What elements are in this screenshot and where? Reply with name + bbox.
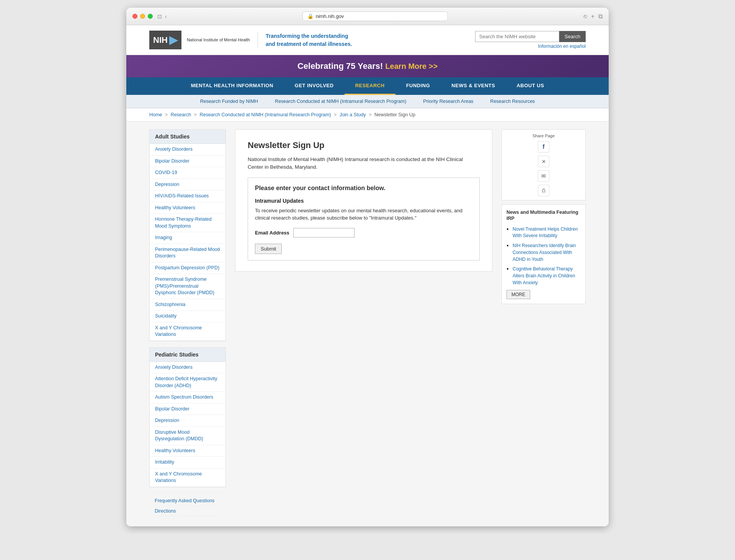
sidebar-adult-healthy[interactable]: Healthy Volunteers	[150, 202, 225, 214]
share-browser-icon[interactable]: ⎋	[583, 13, 587, 20]
print-icon[interactable]: ⎙	[538, 185, 549, 196]
news-link-3[interactable]: Cognitive Behavioral Therapy Alters Brai…	[513, 266, 575, 285]
sidebar-adult-perimenopause[interactable]: Perimenopause-Related Mood Disorders	[150, 244, 225, 262]
browser-titlebar: ⊡ ‹ 🔒 nimh.nih.gov ⎋ + ⧉	[126, 8, 609, 25]
email-row: Email Address	[255, 228, 472, 238]
news-box-title: News and Multimedia Featuring IRP	[506, 209, 581, 222]
copy-browser-icon[interactable]: ⧉	[598, 13, 603, 20]
breadcrumb: Home > Research > Research Conducted at …	[126, 108, 609, 122]
sidebar-adult-xy[interactable]: X and Y Chromosome Variations	[150, 322, 225, 341]
sidebar-ped-anxiety[interactable]: Anxiety Disorders	[150, 362, 225, 374]
subnav-priority[interactable]: Priority Research Areas	[415, 95, 482, 108]
nav-about-us[interactable]: ABOUT US	[506, 77, 555, 95]
logo-arrow: ▶	[169, 34, 178, 46]
browser-controls: ⊡ ‹	[157, 13, 167, 20]
breadcrumb-home[interactable]: Home	[149, 112, 162, 117]
sidebar-adult-anxiety[interactable]: Anxiety Disorders	[150, 144, 225, 156]
twitter-x-icon[interactable]: ✕	[538, 156, 549, 167]
site-header: NIH ▶ National Institute of Mental Healt…	[126, 25, 609, 55]
subnav-intramural[interactable]: Research Conducted at NIMH (Intramural R…	[266, 95, 415, 108]
sidebar-toggle-button[interactable]: ⊡	[157, 13, 162, 20]
sidebar-adult-imaging[interactable]: Imaging	[150, 232, 225, 244]
breadcrumb-research[interactable]: Research	[171, 112, 191, 117]
sidebar-adult-depression[interactable]: Depression	[150, 179, 225, 191]
nav-funding[interactable]: FUNDING	[395, 77, 441, 95]
nih-abbr: NIH	[153, 35, 168, 45]
nih-name: National Institute of Mental Health	[187, 37, 250, 43]
submit-button[interactable]: Submit	[255, 244, 282, 254]
address-bar[interactable]: 🔒 nimh.nih.gov	[302, 11, 448, 21]
banner-text: Celebrating 75 Years!	[297, 61, 383, 71]
back-button[interactable]: ‹	[165, 13, 167, 20]
sidebar-ped-healthy[interactable]: Healthy Volunteers	[150, 445, 225, 457]
sidebar-adult-schizophrenia[interactable]: Schizophrenia	[150, 299, 225, 311]
search-button[interactable]: Search	[559, 31, 586, 42]
sidebar-adult-postpartum[interactable]: Postpartum Depression (PPD)	[150, 262, 225, 274]
subnav-funded[interactable]: Research Funded by NIMH	[192, 95, 266, 108]
minimize-button[interactable]	[140, 14, 145, 19]
spanish-link[interactable]: Información en español	[538, 44, 586, 49]
email-share-icon[interactable]: ✉	[538, 170, 549, 182]
sidebar-ped-depression[interactable]: Depression	[150, 415, 225, 427]
nav-get-involved[interactable]: GET INVOLVED	[284, 77, 345, 95]
subnav-resources[interactable]: Research Resources	[482, 95, 544, 108]
news-link-1[interactable]: Novel Treatment Helps Children With Seve…	[513, 226, 578, 239]
sidebar-adult-bipolar[interactable]: Bipolar Disorder	[150, 156, 225, 168]
list-item: NIH Researchers Identify Brain Connectio…	[513, 242, 581, 262]
browser-actions: ⎋ + ⧉	[583, 13, 603, 20]
email-input[interactable]	[293, 228, 354, 238]
logo-area: NIH ▶ National Institute of Mental Healt…	[149, 31, 352, 49]
sidebar-adult-hiv[interactable]: HIV/AIDS-Related Issues	[150, 190, 225, 202]
celebration-banner: Celebrating 75 Years! Learn More >>	[126, 55, 609, 77]
more-button[interactable]: MORE	[506, 290, 530, 299]
maximize-button[interactable]	[148, 14, 153, 19]
nav-news-events[interactable]: NEWS & EVENTS	[441, 77, 506, 95]
sidebar-ped-dmdd[interactable]: Disruptive Mood Dysregulation (DMDD)	[150, 427, 225, 445]
main-content: Newsletter Sign Up National Institute of…	[235, 129, 492, 519]
page-content: NIH ▶ National Institute of Mental Healt…	[126, 25, 609, 526]
sidebar-ped-irritability[interactable]: Irritability	[150, 457, 225, 469]
sidebar-ped-adhd[interactable]: Attention Deficit Hyperactivity Disorder…	[150, 373, 225, 392]
adult-studies-section: Adult Studies Anxiety Disorders Bipolar …	[149, 129, 226, 341]
new-tab-icon[interactable]: +	[591, 13, 595, 20]
newsletter-intro: National Institute of Mental Health (NIM…	[248, 156, 480, 171]
sidebar-ped-xy[interactable]: X and Y Chromosome Variations	[150, 469, 225, 487]
sidebar-directions[interactable]: Directions	[155, 506, 220, 516]
sidebar-ped-autism[interactable]: Autism Spectrum Disorders	[150, 392, 225, 404]
sidebar: Adult Studies Anxiety Disorders Bipolar …	[149, 129, 226, 519]
main-nav: MENTAL HEALTH INFORMATION GET INVOLVED R…	[126, 77, 609, 95]
breadcrumb-current: Newsletter Sign Up	[374, 112, 415, 117]
learn-more-link[interactable]: Learn More >>	[385, 62, 438, 70]
nav-research[interactable]: RESEARCH	[345, 77, 395, 95]
sidebar-adult-pms[interactable]: Premenstrual Syndrome (PMS)/Premenstrual…	[150, 274, 225, 299]
contact-info-box: Please enter your contact information be…	[248, 177, 480, 260]
intramural-section-title: Intramural Updates	[255, 198, 472, 204]
close-button[interactable]	[132, 14, 137, 19]
intramural-desc: To receive periodic newsletter updates o…	[255, 207, 472, 222]
sidebar-faq[interactable]: Frequently Asked Questions	[155, 496, 220, 506]
breadcrumb-intramural[interactable]: Research Conducted at NIMH (Intramural R…	[199, 112, 331, 117]
share-title: Share Page	[506, 133, 581, 138]
facebook-icon[interactable]: f	[538, 141, 549, 153]
sub-nav: Research Funded by NIMH Research Conduct…	[126, 95, 609, 108]
browser-window: ⊡ ‹ 🔒 nimh.nih.gov ⎋ + ⧉ NIH ▶ National	[126, 8, 609, 526]
adult-studies-title: Adult Studies	[150, 130, 225, 144]
list-item: Cognitive Behavioral Therapy Alters Brai…	[513, 265, 581, 286]
newsletter-title: Newsletter Sign Up	[248, 140, 480, 150]
sidebar-ped-bipolar[interactable]: Bipolar Disorder	[150, 404, 225, 415]
share-box: Share Page f ✕ ✉ ⎙	[501, 129, 586, 200]
newsletter-box: Newsletter Sign Up National Institute of…	[235, 129, 492, 272]
search-area: Search Información en español	[475, 31, 586, 49]
news-link-2[interactable]: NIH Researchers Identify Brain Connectio…	[513, 243, 576, 262]
search-input[interactable]	[475, 31, 559, 42]
contact-info-title: Please enter your contact information be…	[255, 184, 472, 192]
sidebar-adult-hormone[interactable]: Hormone Therapy-Related Mood Symptoms	[150, 214, 225, 232]
lock-icon: 🔒	[307, 13, 314, 19]
tagline: Transforming the understanding and treat…	[266, 32, 352, 48]
sidebar-adult-covid[interactable]: COVID-19	[150, 167, 225, 179]
breadcrumb-join-study[interactable]: Join a Study	[340, 112, 366, 117]
nav-mental-health[interactable]: MENTAL HEALTH INFORMATION	[180, 77, 284, 95]
sidebar-adult-suicidality[interactable]: Suicidality	[150, 311, 225, 322]
address-bar-wrap: 🔒 nimh.nih.gov	[172, 11, 579, 21]
traffic-lights	[132, 14, 153, 19]
